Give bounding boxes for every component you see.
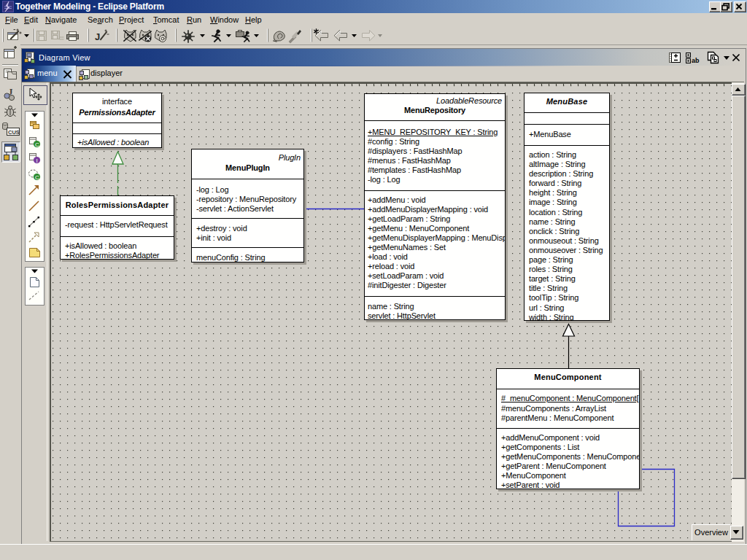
svg-text:C: C xyxy=(35,174,39,181)
svg-text:C: C xyxy=(35,141,39,148)
svg-text:CUS: CUS xyxy=(8,129,20,136)
svg-text:I: I xyxy=(36,158,37,164)
svg-text:J: J xyxy=(95,31,100,42)
svg-text:ab: ab xyxy=(692,57,700,64)
